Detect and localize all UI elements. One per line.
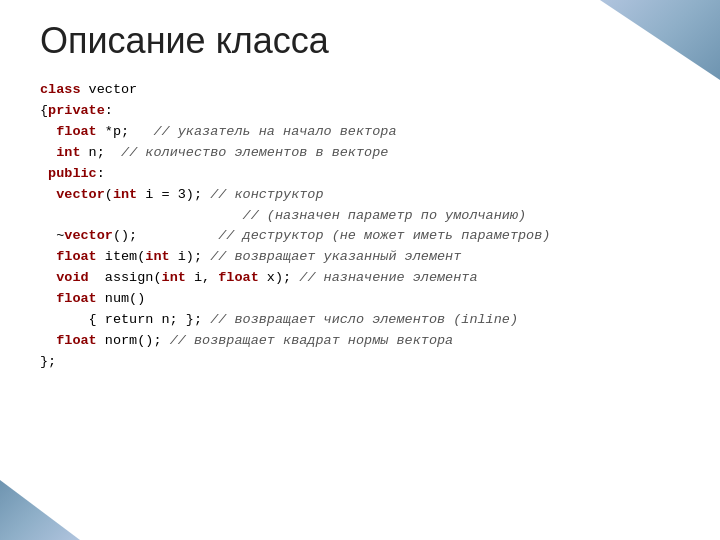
code-line-12: { return n; }; // возвращает число элеме… — [40, 310, 690, 331]
code-line-1: class vector — [40, 80, 690, 101]
code-block: class vector {private: float *p; // указ… — [30, 80, 690, 373]
keyword-private: private — [48, 103, 105, 118]
keyword-class: class — [40, 82, 81, 97]
keyword-float-2: float — [56, 249, 97, 264]
comment-1: // указатель на начало вектора — [153, 124, 396, 139]
keyword-vector-constructor: vector — [56, 187, 105, 202]
keyword-int-4: int — [162, 270, 186, 285]
page-title: Описание класса — [30, 20, 690, 62]
code-line-6: vector(int i = 3); // конструктор — [40, 185, 690, 206]
code-line-7: // (назначен параметр по умолчанию) — [40, 206, 690, 227]
code-line-14: }; — [40, 352, 690, 373]
keyword-int-1: int — [56, 145, 80, 160]
code-line-5: public: — [40, 164, 690, 185]
code-line-13: float norm(); // возвращает квадрат норм… — [40, 331, 690, 352]
comment-8: // возвращает число элементов (inline) — [210, 312, 518, 327]
keyword-float-1: float — [56, 124, 97, 139]
comment-7: // назначение элемента — [299, 270, 477, 285]
keyword-float-3: float — [218, 270, 259, 285]
comment-3: // конструктор — [210, 187, 323, 202]
comment-2: // количество элементов в векторе — [121, 145, 388, 160]
comment-6: // возвращает указанный элемент — [210, 249, 461, 264]
comment-4: // (назначен параметр по умолчанию) — [243, 208, 527, 223]
code-line-4: int n; // количество элементов в векторе — [40, 143, 690, 164]
page-content: Описание класса class vector {private: f… — [0, 0, 720, 393]
code-line-9: float item(int i); // возвращает указанн… — [40, 247, 690, 268]
comment-9: // возвращает квадрат нормы вектора — [170, 333, 454, 348]
keyword-vector-destructor: vector — [64, 228, 113, 243]
code-line-3: float *p; // указатель на начало вектора — [40, 122, 690, 143]
keyword-public: public — [48, 166, 97, 181]
keyword-int-2: int — [113, 187, 137, 202]
decorative-corner-bottom-left — [0, 480, 80, 540]
code-line-2: {private: — [40, 101, 690, 122]
code-line-10: void assign(int i, float x); // назначен… — [40, 268, 690, 289]
keyword-float-4: float — [56, 291, 97, 306]
keyword-int-3: int — [145, 249, 169, 264]
keyword-float-5: float — [56, 333, 97, 348]
comment-5: // деструктор (не может иметь параметров… — [218, 228, 550, 243]
code-line-8: ~vector(); // деструктор (не может иметь… — [40, 226, 690, 247]
code-line-11: float num() — [40, 289, 690, 310]
keyword-void: void — [56, 270, 88, 285]
